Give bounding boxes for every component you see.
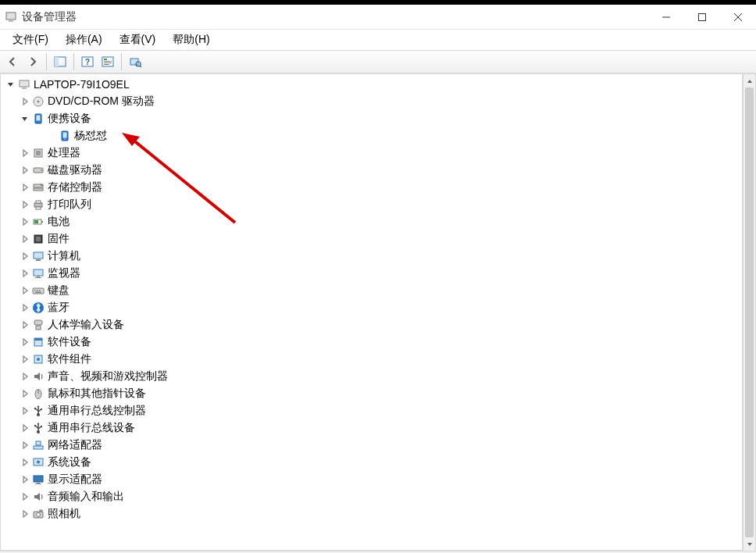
expand-icon[interactable] <box>20 96 30 107</box>
title-bar: 设备管理器 <box>0 5 756 30</box>
scrollbar-track[interactable] <box>744 87 755 537</box>
scrollbar-down-button[interactable] <box>744 537 755 551</box>
expand-icon[interactable] <box>20 148 30 159</box>
svg-point-21 <box>37 101 40 103</box>
tree-category-node[interactable]: 软件组件 <box>1 351 742 368</box>
expand-icon[interactable] <box>20 285 30 296</box>
tree-category-node[interactable]: 软件设备 <box>1 334 742 351</box>
toolbar-help-button[interactable]: ? <box>78 52 97 71</box>
tree-category-node[interactable]: 打印队列 <box>1 196 742 213</box>
svg-rect-0 <box>6 12 16 20</box>
expand-icon[interactable] <box>20 251 30 262</box>
menu-help[interactable]: 帮助(H) <box>165 31 217 48</box>
svg-rect-34 <box>36 201 41 203</box>
expand-icon[interactable] <box>20 405 30 416</box>
maximize-button[interactable] <box>684 5 720 29</box>
minimize-button[interactable] <box>648 5 684 29</box>
menu-action[interactable]: 操作(A) <box>58 31 110 48</box>
close-button[interactable] <box>720 5 756 29</box>
firmware-icon <box>32 233 45 245</box>
expand-icon[interactable] <box>20 302 30 313</box>
expand-icon[interactable] <box>20 268 30 279</box>
toolbar-scan-button[interactable] <box>126 52 144 71</box>
svg-rect-11 <box>104 59 107 60</box>
tree-category-node[interactable]: 电池 <box>1 213 742 230</box>
expand-icon[interactable] <box>20 354 30 365</box>
svg-rect-45 <box>35 277 41 278</box>
audio-icon <box>32 370 45 383</box>
tree-category-label: 鼠标和其他指针设备 <box>48 387 146 401</box>
toolbar-forward-button[interactable] <box>23 52 42 71</box>
disc-icon <box>32 95 45 108</box>
toolbar-back-button[interactable] <box>3 52 22 71</box>
printer-icon <box>32 198 45 211</box>
tree-category-node[interactable]: 鼠标和其他指针设备 <box>1 385 742 402</box>
tree-category-node[interactable]: 显示适配器 <box>1 471 742 488</box>
tree-category-node[interactable]: 照相机 <box>1 505 742 523</box>
svg-rect-72 <box>34 446 43 449</box>
cpu-icon <box>32 147 45 159</box>
tree-category-node[interactable]: 磁盘驱动器 <box>1 162 742 179</box>
svg-rect-77 <box>34 476 43 482</box>
tree-category-node[interactable]: 通用串行总线控制器 <box>1 402 742 419</box>
tree-category-node[interactable]: 蓝牙 <box>1 299 742 316</box>
tree-root-node[interactable]: LAPTOP-79I1O9EL <box>1 76 742 93</box>
svg-rect-25 <box>63 133 67 138</box>
expand-icon[interactable] <box>20 508 30 519</box>
tree-category-node[interactable]: 监视器 <box>1 265 742 282</box>
vertical-scrollbar[interactable] <box>743 74 756 551</box>
svg-rect-14 <box>104 64 109 65</box>
svg-rect-78 <box>37 483 40 483</box>
tree-category-label: 处理器 <box>48 146 80 160</box>
monitor-icon <box>32 267 45 280</box>
menu-view[interactable]: 查看(V) <box>112 31 164 48</box>
expand-icon[interactable] <box>20 388 30 399</box>
tree-category-node[interactable]: 系统设备 <box>1 454 742 471</box>
menu-file[interactable]: 文件(F) <box>5 31 56 48</box>
window-title: 设备管理器 <box>22 10 77 24</box>
expand-icon[interactable] <box>20 457 30 468</box>
svg-rect-7 <box>55 57 59 66</box>
expand-icon[interactable] <box>20 371 30 382</box>
toolbar-properties-button[interactable] <box>98 52 117 71</box>
tree-category-node[interactable]: 便携设备 <box>1 110 742 127</box>
scrollbar-up-button[interactable] <box>744 74 755 87</box>
tree-category-node[interactable]: 通用串行总线设备 <box>1 419 742 437</box>
expand-icon[interactable] <box>20 319 30 330</box>
expand-icon[interactable] <box>20 423 30 433</box>
tree-category-node[interactable]: 计算机 <box>1 248 742 265</box>
collapse-icon[interactable] <box>5 79 16 90</box>
tree-category-node[interactable]: 处理器 <box>1 144 742 162</box>
tree-category-label: 打印队列 <box>48 198 91 212</box>
expand-icon[interactable] <box>20 216 30 227</box>
tree-category-node[interactable]: 网络适配器 <box>1 437 742 454</box>
expand-icon[interactable] <box>20 440 30 451</box>
hid-icon <box>32 319 45 331</box>
scrollbar-thumb[interactable] <box>745 87 754 537</box>
device-icon <box>32 112 45 125</box>
svg-point-64 <box>34 408 36 409</box>
expand-icon[interactable] <box>20 491 30 502</box>
svg-line-17 <box>140 66 141 67</box>
tree-category-node[interactable]: DVD/CD-ROM 驱动器 <box>1 93 742 110</box>
expand-icon[interactable] <box>20 234 30 244</box>
tree-category-node[interactable]: 人体学输入设备 <box>1 316 742 334</box>
expand-icon[interactable] <box>20 474 30 485</box>
tree-category-node[interactable]: 音频输入和输出 <box>1 488 742 505</box>
tree-category-node[interactable]: 声音、视频和游戏控制器 <box>1 368 742 385</box>
tree-category-node[interactable]: 键盘 <box>1 282 742 299</box>
tree-device-node[interactable]: 杨怼怼 <box>1 127 742 144</box>
device-tree[interactable]: LAPTOP-79I1O9EL DVD/CD-ROM 驱动器 便携设备 杨怼怼 … <box>0 74 743 551</box>
tree-category-node[interactable]: 存储控制器 <box>1 179 742 196</box>
expand-icon[interactable] <box>20 182 30 193</box>
tree-device-label: 杨怼怼 <box>74 129 107 143</box>
collapse-icon[interactable] <box>20 113 30 124</box>
network-icon <box>32 439 45 451</box>
svg-rect-47 <box>34 290 36 291</box>
expand-icon[interactable] <box>20 165 30 176</box>
battery-icon <box>32 216 45 228</box>
tree-category-node[interactable]: 固件 <box>1 230 742 248</box>
expand-icon[interactable] <box>20 199 30 210</box>
expand-icon[interactable] <box>20 337 30 348</box>
toolbar-showhide-button[interactable] <box>51 52 70 71</box>
